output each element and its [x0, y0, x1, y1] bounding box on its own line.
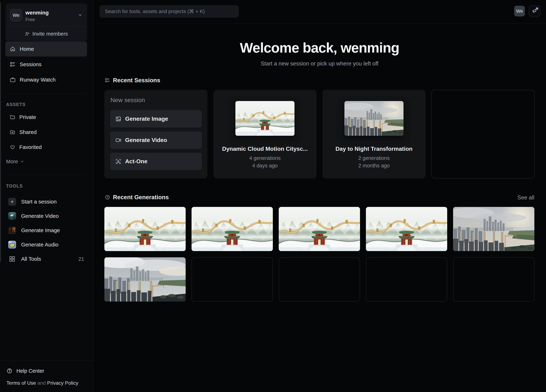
- session-thumb-art: [235, 101, 294, 136]
- sidebar-item-private[interactable]: Private: [5, 110, 87, 125]
- generation-thumbnail-greatwall[interactable]: [192, 207, 273, 251]
- sidebar-item-home[interactable]: Home: [5, 42, 87, 57]
- sidebar-item-label: Shared: [19, 129, 37, 135]
- act-one-button[interactable]: Act-One: [110, 153, 202, 170]
- header-divider: [93, 24, 546, 24]
- session-age: 2 months ago: [322, 163, 426, 169]
- image-icon: [115, 116, 122, 122]
- page-title: Welcome back, wenming: [93, 40, 546, 56]
- start-session-tile: [8, 198, 16, 206]
- search-input[interactable]: [99, 5, 239, 18]
- generation-thumbnail-greatwall[interactable]: [366, 207, 447, 251]
- video-thumb-art: [8, 212, 16, 220]
- new-session-actions: Generate Image Generate Video Act-One: [110, 110, 202, 170]
- heart-icon: [10, 144, 15, 150]
- see-all-link[interactable]: See all: [517, 194, 534, 201]
- sidebar-item-label: Generate Audio: [21, 242, 58, 248]
- privacy-policy-link[interactable]: Privacy Policy: [47, 380, 78, 386]
- chevron-down-icon: [20, 159, 24, 164]
- session-generations-count: 2 generations: [322, 155, 426, 161]
- generate-audio-thumbnail: [8, 241, 16, 249]
- sidebar-item-label: Sessions: [20, 61, 42, 67]
- sidebar-divider: [5, 175, 87, 175]
- session-card-empty-slot: [431, 90, 534, 178]
- session-thumbnail: [344, 101, 403, 136]
- sidebar-item-runway-watch[interactable]: Runway Watch: [5, 72, 87, 87]
- help-center-link[interactable]: Help Center: [6, 365, 44, 377]
- generation-thumbnail-city2[interactable]: [104, 257, 186, 302]
- clock-icon: [105, 195, 110, 200]
- generate-video-label: Generate Video: [125, 137, 167, 143]
- tools-section-header: TOOLS: [6, 183, 23, 189]
- generate-video-thumbnail: [8, 212, 16, 220]
- person-plus-icon: [25, 31, 30, 37]
- sidebar-item-label: Start a session: [21, 199, 57, 205]
- session-card[interactable]: Dynamic Cloud Motion Citysc... 4 generat…: [213, 90, 317, 178]
- sidebar-item-favorited[interactable]: Favorited: [5, 140, 87, 155]
- sessions-icon: [10, 61, 16, 67]
- sessions-icon: [105, 78, 110, 83]
- sidebar-item-sessions[interactable]: Sessions: [5, 57, 87, 72]
- announcements-button[interactable]: [529, 5, 540, 17]
- sidebar-item-generate-video[interactable]: Generate Video: [5, 208, 87, 224]
- sidebar: We wenming Free Invite members Home Sess…: [0, 0, 93, 392]
- workspace-card: We wenming Free Invite members: [5, 4, 87, 41]
- recent-sessions-label: Recent Sessions: [113, 77, 160, 84]
- video-icon: [115, 137, 122, 143]
- invite-members-label: Invite members: [32, 31, 68, 37]
- sidebar-item-label: Runway Watch: [20, 77, 56, 83]
- sidebar-scrollbar[interactable]: [0, 2, 1, 262]
- generation-slot-empty: [279, 257, 360, 302]
- new-session-label: New session: [110, 97, 145, 104]
- generate-video-button[interactable]: Generate Video: [110, 132, 202, 149]
- sidebar-item-label: All Tools: [21, 256, 41, 262]
- folder-icon: [10, 114, 15, 120]
- session-age: 4 days ago: [213, 163, 317, 169]
- generation-thumb-art: [104, 257, 186, 302]
- sidebar-item-generate-image[interactable]: Generate Image: [5, 223, 87, 238]
- sidebar-item-generate-audio[interactable]: Generate Audio: [5, 237, 87, 252]
- generation-thumb-art: [192, 207, 273, 251]
- generation-thumbnail-city[interactable]: [453, 207, 534, 251]
- image-thumb-art: [8, 226, 16, 234]
- sidebar-item-all-tools[interactable]: All Tools 21: [5, 251, 87, 267]
- sidebar-item-label: Generate Video: [21, 213, 59, 219]
- chevron-down-icon: [78, 13, 83, 18]
- workspace-switcher[interactable]: We wenming Free: [5, 4, 87, 26]
- grid-icon: [8, 255, 16, 263]
- generate-image-thumbnail: [8, 226, 16, 234]
- sidebar-item-label: Home: [20, 46, 34, 52]
- session-thumb-art: [344, 101, 403, 136]
- sidebar-item-label: Private: [19, 114, 36, 120]
- sidebar-item-start-session[interactable]: Start a session: [5, 194, 87, 209]
- all-tools-count-badge: 21: [78, 256, 84, 262]
- runway-dashboard: We wenming Free Invite members Home Sess…: [0, 0, 546, 392]
- new-session-card: New session Generate Image Generate Vide…: [104, 90, 208, 178]
- legal-links: Terms of Use and Privacy Policy: [6, 380, 78, 386]
- assets-section-header: ASSETS: [6, 102, 26, 107]
- session-title: Dynamic Cloud Motion Citysc...: [217, 145, 313, 152]
- folder-shared-icon: [10, 129, 15, 135]
- act-one-icon: [115, 158, 122, 165]
- generation-thumbnail-greatwall[interactable]: [279, 207, 360, 251]
- and-text: and: [37, 380, 47, 386]
- session-card[interactable]: Day to Night Transformation 2 generation…: [322, 90, 426, 178]
- page-subtitle: Start a new session or pick up where you…: [93, 60, 546, 67]
- user-avatar-button[interactable]: We: [514, 6, 525, 16]
- act-one-label: Act-One: [125, 158, 147, 165]
- tv-icon: [10, 77, 16, 83]
- sidebar-divider: [5, 94, 87, 94]
- generation-slot-empty: [366, 257, 447, 302]
- recent-sessions-header: Recent Sessions: [105, 77, 160, 84]
- sidebar-more-toggle[interactable]: More: [6, 156, 46, 167]
- session-generations-count: 4 generations: [213, 155, 317, 161]
- sidebar-item-shared[interactable]: Shared: [5, 125, 87, 140]
- session-thumbnail: [235, 101, 294, 136]
- terms-of-use-link[interactable]: Terms of Use: [6, 380, 36, 386]
- help-circle-icon: [6, 368, 13, 374]
- generate-image-button[interactable]: Generate Image: [110, 110, 202, 127]
- recent-sessions-row: New session Generate Image Generate Vide…: [104, 90, 534, 178]
- invite-members-button[interactable]: Invite members: [5, 27, 87, 41]
- generation-thumbnail-greatwall[interactable]: [104, 207, 186, 251]
- more-label: More: [6, 159, 18, 164]
